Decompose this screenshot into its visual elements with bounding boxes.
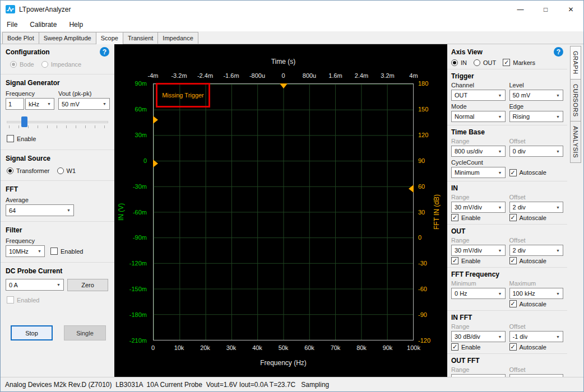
tab-analysis[interactable]: ANALYSIS	[570, 121, 581, 163]
axis-tick-label: 80k	[356, 344, 367, 351]
close-button[interactable]: ✕	[558, 1, 583, 18]
slider-thumb[interactable]	[21, 116, 27, 127]
chevron-down-icon	[45, 102, 53, 106]
out-autoscale-checkbox[interactable]: Autoscale	[509, 257, 564, 264]
signal-generator-enable-checkbox[interactable]: Enable	[7, 135, 36, 142]
minimize-button[interactable]: —	[508, 1, 533, 18]
in-range-value: 30 mV/div	[455, 204, 482, 211]
trigger-level-select[interactable]: 50 mV	[509, 90, 564, 101]
in-offset-marker[interactable]	[153, 116, 158, 124]
tab-impedance[interactable]: Impedance	[157, 32, 198, 44]
trigger-mode-select[interactable]: Normal	[451, 111, 506, 122]
axis-tick-label: 2.4m	[355, 72, 368, 79]
axis-tick-label: 100k	[407, 344, 420, 351]
in-fft-offset-value: -1 div	[513, 333, 528, 340]
out-range-select[interactable]: 30 mV/div	[451, 245, 506, 256]
trigger-level-label: Level	[509, 82, 564, 88]
filter-frequency-select[interactable]: 10MHz	[6, 245, 45, 257]
time-base-range-select[interactable]: 800 us/div	[451, 146, 506, 157]
cyclecount-select[interactable]: Minimum	[451, 167, 506, 178]
time-base-offset-select[interactable]: 0 div	[509, 146, 564, 157]
fft-frequency-autoscale-checkbox[interactable]: Autoscale	[509, 300, 564, 307]
scope-graph[interactable]: Time (s) -4m-3.2m-2.4m-1.6m-800u0800u1.6…	[114, 44, 447, 377]
frequency-input[interactable]	[6, 98, 24, 110]
enable-label: Enable	[461, 214, 480, 221]
in-range-select[interactable]: 30 mV/div	[451, 202, 506, 213]
checkbox-icon	[509, 169, 517, 176]
time-base-autoscale-checkbox[interactable]: Autoscale	[509, 169, 564, 176]
autoscale-label: Autoscale	[520, 301, 546, 307]
markers-checkbox[interactable]: Markers	[503, 59, 535, 66]
in-fft-autoscale-checkbox[interactable]: Autoscale	[509, 343, 564, 351]
stop-button[interactable]: Stop	[11, 325, 53, 340]
menu-file[interactable]: File	[1, 18, 24, 31]
chevron-down-icon	[36, 249, 43, 253]
chevron-down-icon	[497, 249, 504, 253]
impedance-radio[interactable]: Impedance	[41, 61, 81, 68]
fft-minimum-select[interactable]: 0 Hz	[451, 288, 506, 299]
trigger-position-marker[interactable]	[280, 83, 288, 88]
help-icon[interactable]: ?	[100, 47, 109, 57]
out-offset-marker[interactable]	[153, 160, 158, 167]
radio-icon	[451, 59, 458, 66]
axis-tick-label: 180	[418, 80, 428, 87]
enable-label: Enable	[17, 136, 36, 142]
tab-cursors[interactable]: CURSORS	[570, 79, 581, 122]
vout-select[interactable]: 50 mV	[58, 98, 110, 110]
tab-graph[interactable]: GRAPH	[570, 46, 581, 80]
tab-sweep-amplitude[interactable]: Sweep Amplitude	[39, 32, 96, 44]
checkbox-icon	[451, 214, 458, 221]
checkbox-icon	[7, 135, 14, 142]
bode-radio[interactable]: Bode	[10, 61, 34, 68]
out-offset-select[interactable]: 2 div	[509, 245, 564, 256]
dc-probe-current-select[interactable]: 0 A	[6, 279, 64, 291]
fft-offset-marker[interactable]	[409, 185, 414, 193]
single-button[interactable]: Single	[64, 325, 106, 340]
chevron-down-icon	[497, 171, 504, 175]
trigger-mode-value: Normal	[455, 113, 474, 120]
axis-view-in-radio[interactable]: IN	[451, 59, 467, 66]
fft-maximum-select[interactable]: 100 kHz	[509, 288, 564, 299]
frequency-unit-select[interactable]: kHz	[25, 98, 54, 110]
in-fft-enable-checkbox[interactable]: Enable	[451, 343, 506, 351]
filter-enabled-checkbox[interactable]: Enabled	[50, 248, 83, 255]
signal-source-section: Signal Source Transformer W1	[1, 150, 114, 180]
w1-radio[interactable]: W1	[57, 167, 76, 174]
in-fft-offset-select[interactable]: -1 div	[509, 331, 564, 342]
maximize-button[interactable]: □	[533, 1, 558, 18]
axis-tick-label: 60k	[304, 344, 314, 351]
in-autoscale-checkbox[interactable]: Autoscale	[509, 214, 564, 221]
frequency-axis-ticks: 010k20k30k40k50k60k70k80k90k100k	[153, 344, 414, 352]
signal-generator-title: Signal Generator	[6, 79, 60, 87]
tab-bode-plot[interactable]: Bode Plot	[2, 32, 39, 44]
tab-scope[interactable]: Scope	[96, 32, 123, 44]
chevron-down-icon	[497, 115, 504, 119]
missing-trigger-text: Missing Trigger	[162, 92, 204, 99]
axis-tick-label: 0	[418, 234, 421, 241]
amplitude-slider[interactable]	[7, 116, 108, 129]
axis-view-out-radio[interactable]: OUT	[474, 59, 496, 66]
axis-tick-label: 800u	[303, 72, 316, 79]
filter-frequency-label: Frequency	[6, 237, 109, 244]
out-enable-checkbox[interactable]: Enable	[451, 257, 506, 264]
axis-tick-label: 120	[418, 132, 428, 138]
vout-label: Vout (pk-pk)	[58, 90, 110, 97]
transformer-radio[interactable]: Transformer	[7, 167, 50, 174]
help-icon[interactable]: ?	[554, 47, 563, 57]
menu-help[interactable]: Help	[63, 18, 89, 31]
menu-calibrate[interactable]: Calibrate	[24, 18, 63, 31]
in-enable-checkbox[interactable]: Enable	[451, 214, 506, 221]
trigger-edge-select[interactable]: Rising	[509, 111, 564, 122]
axis-tick-label: 90	[418, 157, 425, 164]
vout-value: 50 mV	[62, 101, 80, 108]
zero-button[interactable]: Zero	[67, 279, 108, 291]
trigger-channel-select[interactable]: OUT	[451, 90, 506, 101]
tab-transient[interactable]: Transient	[123, 32, 158, 44]
trigger-mode-label: Mode	[451, 103, 506, 110]
fft-average-select[interactable]: 64	[6, 204, 74, 216]
signal-generator-section: Signal Generator Frequency kHz	[1, 74, 114, 150]
in-offset-select[interactable]: 2 div	[509, 202, 564, 213]
in-range-label: Range	[451, 194, 506, 200]
in-fft-range-select[interactable]: 30 dB/div	[451, 331, 506, 342]
chevron-down-icon	[497, 335, 504, 339]
